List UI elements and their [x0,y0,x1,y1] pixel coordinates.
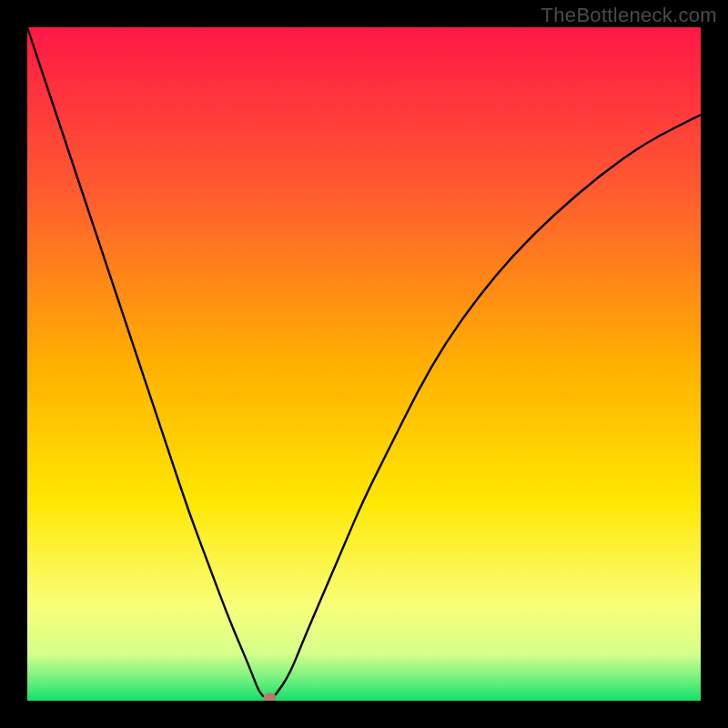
bottleneck-chart [27,27,701,701]
watermark-text: TheBottleneck.com [541,4,717,27]
chart-background [27,27,701,701]
chart-container [27,27,701,701]
